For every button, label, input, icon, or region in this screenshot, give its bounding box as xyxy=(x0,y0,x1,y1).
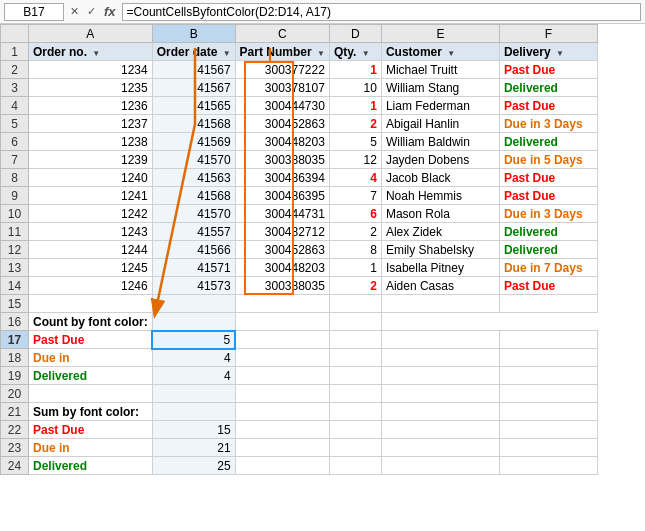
table-cell[interactable] xyxy=(29,385,153,403)
table-cell[interactable]: Delivered xyxy=(499,79,597,97)
table-cell[interactable] xyxy=(235,367,329,385)
table-cell[interactable]: Abigail Hanlin xyxy=(381,115,499,133)
table-cell[interactable] xyxy=(235,403,329,421)
table-cell[interactable]: 300452863 xyxy=(235,241,329,259)
table-cell[interactable] xyxy=(499,331,597,349)
table-cell[interactable] xyxy=(235,313,329,331)
table-cell[interactable] xyxy=(235,295,329,313)
table-cell[interactable] xyxy=(235,439,329,457)
table-cell[interactable]: Past Due xyxy=(499,187,597,205)
table-cell[interactable]: 300448203 xyxy=(235,259,329,277)
table-cell[interactable] xyxy=(381,295,499,313)
table-cell[interactable]: Delivered xyxy=(499,241,597,259)
table-cell[interactable]: 1 xyxy=(329,259,381,277)
table-cell[interactable]: Order date ▼ xyxy=(152,43,235,61)
col-header-e[interactable]: E xyxy=(381,25,499,43)
table-cell[interactable] xyxy=(499,403,597,421)
table-cell[interactable]: 1246 xyxy=(29,277,153,295)
table-cell[interactable] xyxy=(235,421,329,439)
table-cell[interactable]: 41567 xyxy=(152,79,235,97)
table-cell[interactable] xyxy=(329,421,381,439)
table-cell[interactable]: 4 xyxy=(152,367,235,385)
table-cell[interactable]: Past Due xyxy=(29,421,153,439)
table-cell[interactable]: 300482712 xyxy=(235,223,329,241)
table-cell[interactable] xyxy=(381,439,499,457)
table-cell[interactable] xyxy=(152,295,235,313)
table-cell[interactable]: 7 xyxy=(329,187,381,205)
table-cell[interactable]: 2 xyxy=(329,223,381,241)
table-cell[interactable]: Mason Rola xyxy=(381,205,499,223)
table-cell[interactable]: 8 xyxy=(329,241,381,259)
table-cell[interactable]: Delivered xyxy=(499,133,597,151)
table-cell[interactable]: 300378107 xyxy=(235,79,329,97)
table-cell[interactable]: Past Due xyxy=(499,277,597,295)
table-cell[interactable] xyxy=(329,331,381,349)
table-cell[interactable]: Order no. ▼ xyxy=(29,43,153,61)
table-cell[interactable] xyxy=(499,439,597,457)
table-cell[interactable]: Customer ▼ xyxy=(381,43,499,61)
table-cell[interactable] xyxy=(235,385,329,403)
table-cell[interactable]: Aiden Casas xyxy=(381,277,499,295)
table-cell[interactable]: 41563 xyxy=(152,169,235,187)
col-header-c[interactable]: C xyxy=(235,25,329,43)
table-cell[interactable]: William Stang xyxy=(381,79,499,97)
table-cell[interactable] xyxy=(152,385,235,403)
table-cell[interactable]: Past Due xyxy=(499,61,597,79)
table-cell[interactable]: 1239 xyxy=(29,151,153,169)
table-cell[interactable]: 5 xyxy=(329,133,381,151)
table-cell[interactable] xyxy=(152,313,235,331)
table-cell[interactable]: Past Due xyxy=(499,97,597,115)
table-cell[interactable]: Michael Truitt xyxy=(381,61,499,79)
table-cell[interactable]: Due in xyxy=(29,349,153,367)
table-cell[interactable] xyxy=(329,439,381,457)
table-cell[interactable]: 41567 xyxy=(152,61,235,79)
table-cell[interactable]: Delivered xyxy=(499,223,597,241)
table-cell[interactable] xyxy=(329,457,381,475)
table-cell[interactable] xyxy=(381,367,499,385)
table-cell[interactable]: 1245 xyxy=(29,259,153,277)
table-cell[interactable]: Qty. ▼ xyxy=(329,43,381,61)
spreadsheet[interactable]: A B C D E F 1Order no. ▼Order date ▼Part… xyxy=(0,24,645,531)
table-cell[interactable] xyxy=(329,385,381,403)
table-cell[interactable] xyxy=(499,385,597,403)
table-cell[interactable] xyxy=(329,313,381,331)
table-cell[interactable]: 300448203 xyxy=(235,133,329,151)
table-cell[interactable]: 10 xyxy=(329,79,381,97)
table-cell[interactable] xyxy=(499,295,597,313)
table-cell[interactable]: 41568 xyxy=(152,187,235,205)
table-cell[interactable]: 300377222 xyxy=(235,61,329,79)
table-cell[interactable]: 4 xyxy=(329,169,381,187)
table-cell[interactable]: 300486394 xyxy=(235,169,329,187)
table-cell[interactable] xyxy=(499,367,597,385)
table-cell[interactable]: Due in xyxy=(29,439,153,457)
table-cell[interactable]: 300452863 xyxy=(235,115,329,133)
table-cell[interactable] xyxy=(381,349,499,367)
table-cell[interactable]: 41571 xyxy=(152,259,235,277)
table-cell[interactable]: Due in 5 Days xyxy=(499,151,597,169)
col-header-a[interactable]: A xyxy=(29,25,153,43)
table-cell[interactable]: Delivered xyxy=(29,367,153,385)
table-cell[interactable]: Jayden Dobens xyxy=(381,151,499,169)
table-cell[interactable]: 1238 xyxy=(29,133,153,151)
cancel-icon[interactable]: ✕ xyxy=(68,5,81,18)
table-cell[interactable] xyxy=(235,457,329,475)
table-cell[interactable]: 1236 xyxy=(29,97,153,115)
table-cell[interactable]: Part Number ▼ xyxy=(235,43,329,61)
table-cell[interactable]: 2 xyxy=(329,115,381,133)
table-cell[interactable]: 1 xyxy=(329,97,381,115)
table-cell[interactable] xyxy=(381,331,499,349)
table-cell[interactable] xyxy=(499,457,597,475)
table-cell[interactable]: 300444731 xyxy=(235,205,329,223)
table-cell[interactable]: 41573 xyxy=(152,277,235,295)
table-cell[interactable]: 15 xyxy=(152,421,235,439)
table-cell[interactable]: 1241 xyxy=(29,187,153,205)
table-cell[interactable]: 41566 xyxy=(152,241,235,259)
table-cell[interactable]: 1234 xyxy=(29,61,153,79)
table-cell[interactable]: 21 xyxy=(152,439,235,457)
table-cell[interactable] xyxy=(381,457,499,475)
table-cell[interactable]: 1242 xyxy=(29,205,153,223)
table-cell[interactable]: 12 xyxy=(329,151,381,169)
table-cell[interactable] xyxy=(499,349,597,367)
table-cell[interactable] xyxy=(329,295,381,313)
table-cell[interactable]: Past Due xyxy=(29,331,153,349)
